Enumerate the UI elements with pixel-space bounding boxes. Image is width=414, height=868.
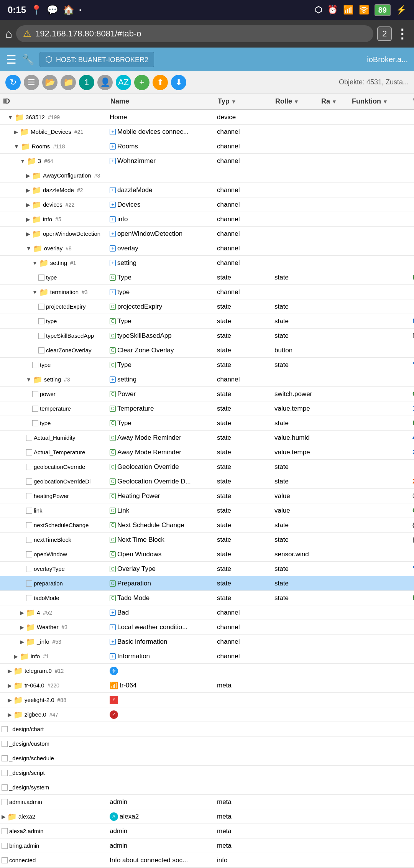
expand-arrow[interactable]: ▶ (8, 682, 12, 689)
col-rolle[interactable]: Rolle ▼ (272, 96, 318, 107)
table-row[interactable]: ▼📁363512#199 Home device (0, 110, 414, 125)
table-row[interactable]: geolocationOverride CGeolocation Overrid… (0, 460, 414, 474)
expand-arrow[interactable]: ▶ (8, 668, 12, 674)
table-row[interactable]: Actual_Humidity CAway Mode Reminder stat… (0, 431, 414, 445)
folder-button[interactable]: 📁 (61, 75, 76, 90)
table-row[interactable]: projectedExpiry CprojectedExpiry state s… (0, 299, 414, 314)
table-row[interactable]: ▼📁overlay#8 +overlay channel (0, 241, 414, 256)
table-row[interactable]: temperature CTemperature state value.tem… (0, 401, 414, 416)
table-row[interactable]: ▶📁AwayConfiguration#3 (0, 168, 414, 183)
expand-arrow[interactable]: ▶ (26, 202, 30, 208)
table-row[interactable]: ▶📁4#52 +Bad channel (0, 605, 414, 620)
table-row[interactable]: _design/chart (0, 722, 414, 736)
table-row[interactable]: nextScheduleChange CNext Schedule Change… (0, 518, 414, 533)
table-row[interactable]: bring.admin admin meta (0, 838, 414, 853)
refresh-button[interactable]: ↻ (5, 75, 21, 90)
table-row[interactable]: ▶📁dazzleMode#2 +dazzleMode channel (0, 183, 414, 197)
table-row[interactable]: admin.admin admin meta (0, 795, 414, 809)
table-row[interactable]: _design/system (0, 780, 414, 795)
table-row[interactable]: ▶📁zigbee.0#47 Z (0, 707, 414, 722)
col-id[interactable]: ID (0, 96, 107, 107)
upload-button[interactable]: ⬆ (153, 75, 168, 90)
expand-arrow[interactable]: ▼ (20, 158, 25, 164)
table-row[interactable]: ▼📁setting#3 +setting channel (0, 372, 414, 387)
row-id: bring.admin (9, 842, 39, 849)
expand-arrow[interactable]: ▶ (2, 814, 6, 820)
browser-menu-icon[interactable]: ⋮ (396, 26, 409, 41)
col-funktion[interactable]: Funktion ▼ (349, 96, 410, 107)
table-row[interactable]: type CType state state "MANUAL" (0, 358, 414, 372)
table-row[interactable]: ▶📁_info#53 +Basic information channel (0, 635, 414, 649)
table-row[interactable]: nextTimeBlock CNext Time Block state sta… (0, 533, 414, 547)
expand-arrow[interactable]: ▶ (14, 653, 18, 659)
az-button[interactable]: AZ (116, 75, 131, 90)
table-row[interactable]: ▶📁openWindowDetection +openWindowDetecti… (0, 227, 414, 241)
download-button[interactable]: ⬇ (171, 75, 186, 90)
number-button[interactable]: 1 (79, 75, 94, 90)
user-button[interactable]: 👤 (97, 75, 113, 90)
add-button[interactable]: + (134, 75, 150, 90)
table-row[interactable]: connected Info about connected soc... in… (0, 853, 414, 868)
table-row[interactable]: preparation CPreparation state state (0, 576, 414, 591)
expand-arrow[interactable]: ▶ (26, 187, 30, 193)
table-row[interactable]: ▶📁yeelight-2.0#88 Y (0, 693, 414, 707)
col-ra[interactable]: Ra ▼ (318, 96, 349, 107)
expand-arrow[interactable]: ▶ (20, 624, 24, 630)
table-row[interactable]: ▶📁telegram.0#12 ✈ (0, 664, 414, 678)
expand-arrow[interactable]: ▶ (8, 697, 12, 703)
table-row[interactable]: ▶📁tr-064.0#220 📶tr-064 meta (0, 678, 414, 693)
expand-arrow[interactable]: ▼ (26, 245, 31, 252)
expand-arrow[interactable]: ▶ (26, 231, 30, 237)
table-row[interactable]: ▼📁Rooms#118 +Rooms channel (0, 139, 414, 154)
table-row[interactable]: ▼📁termination#3 +type channel (0, 285, 414, 299)
list-button[interactable]: ☰ (24, 75, 39, 90)
table-row[interactable]: alexa2.admin admin meta (0, 824, 414, 838)
expand-arrow[interactable]: ▼ (26, 376, 31, 383)
table-row[interactable]: ▶📁Weather#3 +Local weather conditio... c… (0, 620, 414, 635)
col-name[interactable]: Name (107, 96, 215, 107)
table-row[interactable]: ▶📁Mobile_Devices#21 +Mobile devices conn… (0, 125, 414, 139)
tab-count[interactable]: 2 (377, 26, 392, 41)
table-row[interactable]: tadoMode CTado Mode state state HOME (0, 591, 414, 605)
table-row[interactable]: type CType state state HEATING (0, 270, 414, 285)
expand-arrow[interactable]: ▼ (32, 289, 38, 295)
expand-arrow[interactable]: ▶ (14, 129, 18, 135)
expand-arrow[interactable]: ▶ (20, 639, 24, 645)
expand-arrow[interactable]: ▼ (32, 260, 38, 266)
table-row[interactable]: geolocationOverrideDi CGeolocation Overr… (0, 474, 414, 489)
table-row[interactable]: Actual_Temperature CAway Mode Reminder s… (0, 445, 414, 460)
url-bar[interactable]: ⚠ 192.168.178.80:8081/#tab-o (16, 25, 373, 42)
expand-arrow[interactable]: ▶ (8, 712, 12, 718)
browser-home-icon[interactable]: ⌂ (5, 27, 12, 40)
hamburger-menu-icon[interactable]: ☰ (6, 53, 16, 66)
cell-typ (215, 699, 272, 701)
folder-open-button[interactable]: 📂 (42, 75, 58, 90)
table-row[interactable]: link CLink state value ONLINE (0, 503, 414, 518)
table-row[interactable]: ▶📁info#5 +info channel (0, 212, 414, 227)
expand-arrow[interactable]: ▶ (26, 173, 30, 179)
table-row[interactable]: type CType state state HEATING (0, 416, 414, 431)
expand-arrow[interactable]: ▼ (14, 143, 19, 150)
table-row[interactable]: overlayType COverlay Type state state "M… (0, 562, 414, 576)
table-row[interactable]: _design/custom (0, 736, 414, 751)
expand-arrow[interactable]: ▼ (8, 114, 13, 120)
table-row[interactable]: _design/schedule (0, 751, 414, 766)
row-name: projectedExpiry (117, 303, 162, 311)
table-row[interactable]: ▼📁setting#1 +setting channel (0, 256, 414, 270)
expand-arrow[interactable]: ▶ (20, 610, 24, 616)
table-row[interactable]: ▶📁devices#22 +Devices channel (0, 197, 414, 212)
expand-arrow[interactable]: ▶ (26, 216, 30, 222)
table-row[interactable]: type CType state state MANUAL (0, 314, 414, 329)
table-row[interactable]: power CPower state switch.power ON (0, 387, 414, 401)
table-row[interactable]: _design/script (0, 766, 414, 780)
table-row[interactable]: openWindow COpen Windows state sensor.wi… (0, 547, 414, 562)
table-row[interactable]: ▶📁alexa2 Aalexa2 meta (0, 809, 414, 824)
table-row[interactable]: ▼📁3#64 +Wohnzimmer channel (0, 154, 414, 168)
col-typ[interactable]: Typ ▼ (215, 96, 272, 107)
table-row[interactable]: clearZoneOverlay CClear Zone Overlay sta… (0, 343, 414, 358)
col-wert[interactable]: Wert (410, 96, 414, 107)
file-icon (38, 275, 44, 281)
table-row[interactable]: ▶📁info#1 +Information channel (0, 649, 414, 664)
table-row[interactable]: typeSkillBasedApp CtypeSkillBasedApp sta… (0, 329, 414, 343)
table-row[interactable]: heatingPower CHeating Power state value … (0, 489, 414, 503)
